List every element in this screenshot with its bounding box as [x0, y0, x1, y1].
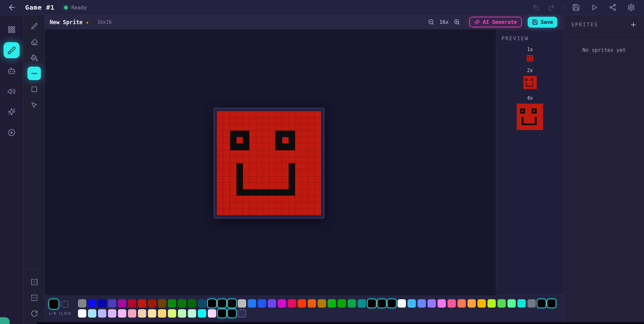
- pixel[interactable]: [256, 131, 263, 137]
- pixel[interactable]: [236, 111, 243, 117]
- pixel[interactable]: [256, 170, 263, 176]
- pixel[interactable]: [249, 117, 256, 124]
- pixel[interactable]: [249, 124, 256, 131]
- pixel[interactable]: [263, 163, 269, 170]
- palette-swatch[interactable]: [298, 299, 306, 308]
- palette-swatch[interactable]: [447, 299, 456, 308]
- pixel[interactable]: [256, 137, 263, 143]
- pixel[interactable]: [289, 131, 295, 137]
- palette-swatch[interactable]: [188, 299, 196, 308]
- pixel[interactable]: [223, 202, 230, 209]
- pixel[interactable]: [269, 131, 275, 137]
- pixel[interactable]: [295, 202, 302, 209]
- pixel[interactable]: [302, 202, 308, 209]
- play-icon[interactable]: [591, 4, 598, 11]
- palette-swatch[interactable]: [507, 299, 516, 308]
- tool-paint-bucket-button[interactable]: [27, 51, 41, 64]
- pixel[interactable]: [308, 124, 315, 131]
- pixel[interactable]: [217, 209, 223, 215]
- sidebar-play-circle-button[interactable]: [4, 125, 20, 141]
- pixel[interactable]: [315, 183, 321, 189]
- palette-swatch[interactable]: [208, 309, 216, 318]
- pixel[interactable]: [289, 124, 295, 131]
- pixel[interactable]: [302, 163, 308, 170]
- palette-swatch[interactable]: [178, 299, 186, 308]
- palette-swatch[interactable]: [188, 309, 196, 318]
- pixel[interactable]: [243, 131, 249, 137]
- pixel[interactable]: [217, 143, 223, 150]
- pixel[interactable]: [295, 209, 302, 215]
- zoom-out-icon[interactable]: [428, 18, 435, 26]
- pixel[interactable]: [217, 176, 223, 183]
- palette-swatch-transparent[interactable]: [238, 309, 246, 318]
- pixel[interactable]: [308, 143, 315, 150]
- pixel[interactable]: [263, 202, 269, 209]
- pixel[interactable]: [275, 183, 282, 189]
- pixel[interactable]: [282, 196, 289, 202]
- palette-swatch[interactable]: [198, 309, 206, 318]
- pixel[interactable]: [243, 150, 249, 157]
- pixel[interactable]: [230, 137, 236, 143]
- pixel[interactable]: [249, 157, 256, 163]
- pixel[interactable]: [263, 183, 269, 189]
- pixel[interactable]: [308, 183, 315, 189]
- pixel[interactable]: [223, 183, 230, 189]
- palette-swatch[interactable]: [98, 299, 106, 308]
- pixel[interactable]: [315, 124, 321, 131]
- pixel[interactable]: [236, 170, 243, 176]
- pixel[interactable]: [217, 183, 223, 189]
- pixel[interactable]: [289, 143, 295, 150]
- pixel[interactable]: [289, 157, 295, 163]
- pixel[interactable]: [256, 150, 263, 157]
- pixel[interactable]: [256, 189, 263, 196]
- palette-swatch[interactable]: [328, 299, 336, 308]
- pixel[interactable]: [217, 137, 223, 143]
- settings-icon[interactable]: [627, 4, 635, 11]
- pixel[interactable]: [295, 131, 302, 137]
- pixel[interactable]: [315, 111, 321, 117]
- pixel[interactable]: [308, 131, 315, 137]
- pixel[interactable]: [289, 209, 295, 215]
- pixel[interactable]: [217, 111, 223, 117]
- palette-swatch[interactable]: [268, 299, 276, 308]
- pixel[interactable]: [236, 176, 243, 183]
- palette-swatch[interactable]: [168, 309, 176, 318]
- pixel[interactable]: [249, 137, 256, 143]
- pixel[interactable]: [236, 209, 243, 215]
- palette-swatch[interactable]: [158, 309, 166, 318]
- palette-swatch[interactable]: [218, 299, 226, 308]
- pixel[interactable]: [223, 124, 230, 131]
- palette-swatch[interactable]: [418, 299, 426, 308]
- zoom-in-icon[interactable]: [453, 18, 461, 26]
- palette-swatch[interactable]: [517, 299, 526, 308]
- pixel[interactable]: [249, 176, 256, 183]
- palette-swatch[interactable]: [178, 309, 186, 318]
- pixel[interactable]: [302, 189, 308, 196]
- pixel[interactable]: [223, 163, 230, 170]
- tool-rotate-cw-button[interactable]: [27, 307, 41, 320]
- pixel[interactable]: [275, 170, 282, 176]
- pixel[interactable]: [243, 202, 249, 209]
- pixel[interactable]: [236, 157, 243, 163]
- pixel[interactable]: [269, 170, 275, 176]
- pixel[interactable]: [223, 176, 230, 183]
- pixel[interactable]: [275, 202, 282, 209]
- pixel[interactable]: [269, 157, 275, 163]
- pixel[interactable]: [302, 111, 308, 117]
- pixel[interactable]: [256, 163, 263, 170]
- pixel[interactable]: [275, 143, 282, 150]
- pixel[interactable]: [217, 196, 223, 202]
- pixel[interactable]: [302, 157, 308, 163]
- palette-swatch[interactable]: [78, 299, 86, 308]
- pixel[interactable]: [308, 163, 315, 170]
- pixel[interactable]: [263, 150, 269, 157]
- pixel[interactable]: [282, 117, 289, 124]
- pixel[interactable]: [223, 111, 230, 117]
- pixel[interactable]: [269, 143, 275, 150]
- pixel[interactable]: [308, 176, 315, 183]
- pixel[interactable]: [263, 209, 269, 215]
- pixel[interactable]: [295, 176, 302, 183]
- palette-swatch[interactable]: [148, 299, 156, 308]
- palette-swatch[interactable]: [477, 299, 486, 308]
- palette-swatch[interactable]: [278, 299, 286, 308]
